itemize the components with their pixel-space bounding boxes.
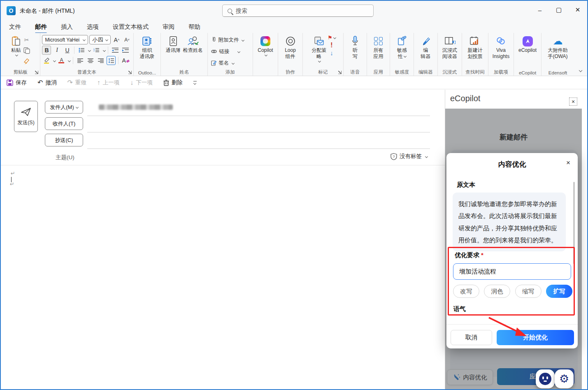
highlight-chevron-icon[interactable] xyxy=(53,59,56,62)
ecopilot-button[interactable]: eCopilot xyxy=(517,35,538,54)
minimize-button[interactable]: – xyxy=(530,1,549,19)
ribbon-collapse-chevron-icon[interactable] xyxy=(579,69,582,72)
pill-rewrite[interactable]: 改写 xyxy=(453,285,479,298)
new-poll-button[interactable]: 新建计 划投票 xyxy=(466,35,483,60)
outlook-app-icon-letter: O xyxy=(9,7,14,14)
pill-shorten[interactable]: 缩写 xyxy=(515,285,542,298)
search-box[interactable] xyxy=(222,5,374,17)
follow-up-flag-icon[interactable]: ⚑ xyxy=(328,35,336,40)
send-button[interactable]: 发送(S) xyxy=(14,101,38,132)
clear-format-letter: A xyxy=(122,57,126,64)
check-names-button[interactable]: 检查姓名 xyxy=(182,35,204,54)
clear-formatting-icon[interactable]: A xyxy=(121,56,130,65)
from-button[interactable]: 发件人(M) xyxy=(45,101,83,114)
to-button[interactable]: 收件人(T) xyxy=(45,117,83,130)
settings-fab[interactable]: ⚙ xyxy=(555,369,574,388)
message-body-editor[interactable] xyxy=(1,168,444,389)
next-item-button[interactable]: ↓ 下一项 xyxy=(130,79,153,86)
high-importance-icon[interactable]: ! xyxy=(330,42,333,49)
sensitivity-button[interactable]: 敏感 性 xyxy=(396,35,408,60)
search-icon xyxy=(228,9,232,13)
basic-text-dialog-launcher-icon[interactable] xyxy=(128,71,132,74)
format-painter-icon[interactable] xyxy=(22,57,31,66)
close-button[interactable]: ✕ xyxy=(568,1,587,19)
loop-components-button[interactable]: Loop 组件 xyxy=(284,35,297,60)
group-immersive: 沉浸式 阅读器 沉浸式 xyxy=(438,33,462,76)
flag-glyph: ⚑ xyxy=(328,35,332,41)
font-color-chevron-icon[interactable] xyxy=(68,59,71,62)
shrink-font-icon[interactable]: A˅ xyxy=(122,35,131,44)
qat-customize-button[interactable] xyxy=(193,81,197,85)
text-highlight-icon[interactable] xyxy=(42,56,51,65)
undo-button[interactable]: ↶ 撤消 xyxy=(37,79,56,86)
align-right-icon[interactable] xyxy=(96,56,105,65)
viva-insights-button[interactable]: Viva Insights xyxy=(491,35,511,60)
attach-file-button[interactable]: 附加文件 xyxy=(211,35,244,45)
tab-file[interactable]: 文件 xyxy=(8,21,22,32)
tab-options[interactable]: 选项 xyxy=(86,21,100,32)
maximize-button[interactable]: ▢ xyxy=(549,1,568,19)
align-left-icon[interactable] xyxy=(76,56,85,65)
underline-button[interactable]: U xyxy=(63,46,72,55)
numbered-list-chevron-icon[interactable] xyxy=(103,49,106,51)
modal-scrollbar[interactable] xyxy=(573,182,575,264)
immersive-reader-button[interactable]: 沉浸式 阅读器 xyxy=(441,35,458,60)
dictate-button[interactable]: 听 写 xyxy=(350,35,360,60)
outlook-app-icon: O xyxy=(7,6,16,15)
tab-insert[interactable]: 插入 xyxy=(60,21,74,32)
grow-font-icon[interactable]: A˄ xyxy=(112,35,121,44)
cc-button[interactable]: 抄送(C) xyxy=(45,134,83,146)
pill-expand[interactable]: 扩写 xyxy=(546,285,572,298)
numbered-list-icon[interactable]: 12 xyxy=(92,46,101,55)
group-ecopilot: eCopilot eCopilot xyxy=(514,33,542,76)
delete-button[interactable]: 删除 xyxy=(163,79,183,86)
clipboard-dialog-launcher-icon[interactable] xyxy=(35,71,38,74)
bold-button[interactable]: B xyxy=(42,46,51,55)
chat-assistant-fab[interactable] xyxy=(536,369,555,388)
loop-label: Loop 组件 xyxy=(285,47,296,60)
no-label-dropdown[interactable]: ? 没有标签 xyxy=(390,153,428,160)
bullet-list-icon[interactable] xyxy=(77,46,86,55)
redo-button[interactable]: ↷ 重做 xyxy=(67,79,86,86)
cancel-button[interactable]: 取消 xyxy=(451,330,492,345)
ecopilot-panel-close-button[interactable]: × xyxy=(569,98,577,106)
line-spacing-icon[interactable] xyxy=(107,56,116,65)
all-apps-button[interactable]: 所有 应用 xyxy=(372,35,385,60)
low-importance-icon[interactable]: ↓ xyxy=(330,50,333,56)
assign-policy-button[interactable]: 分配策 略 xyxy=(310,35,328,63)
pill-polish[interactable]: 润色 xyxy=(484,285,510,298)
editor-button[interactable]: 编 辑器 xyxy=(419,35,432,60)
modal-close-button[interactable]: × xyxy=(566,159,570,166)
address-book-button[interactable]: 通讯簿 xyxy=(165,35,182,54)
link-button[interactable]: 链接 xyxy=(211,46,240,57)
decrease-indent-icon[interactable] xyxy=(111,46,120,55)
font-name-combo[interactable]: Microsoft YaHei xyxy=(42,35,88,44)
content-optimize-button[interactable]: 内容优化 xyxy=(447,369,493,385)
tags-dialog-launcher-icon[interactable] xyxy=(338,71,342,74)
copy-icon[interactable] xyxy=(22,46,31,55)
previous-item-button[interactable]: ↑ 上一项 xyxy=(97,79,120,86)
org-directory-button[interactable]: 组织 通讯录 xyxy=(138,35,156,60)
big-attachment-helper-button[interactable]: ☁ 大附件助 手(OWA) xyxy=(546,35,569,60)
font-size-combo[interactable]: 小四 xyxy=(89,35,111,44)
copilot-button[interactable]: Copilot xyxy=(256,35,274,57)
font-color-icon[interactable]: A xyxy=(57,56,66,65)
start-optimize-button[interactable]: 开始优化 xyxy=(497,330,574,345)
tab-format-text[interactable]: 设置文本格式 xyxy=(112,21,149,32)
search-input[interactable] xyxy=(236,7,351,14)
italic-button[interactable]: I xyxy=(52,46,61,55)
signature-button[interactable]: 签名 xyxy=(211,58,234,68)
align-center-icon[interactable] xyxy=(86,56,95,65)
tab-help[interactable]: 帮助 xyxy=(188,21,201,32)
requirement-label: 优化要求* xyxy=(455,251,483,259)
save-button[interactable]: 保存 xyxy=(7,79,27,86)
tab-message[interactable]: 邮件 xyxy=(34,21,48,32)
bullet-list-chevron-icon[interactable] xyxy=(88,49,91,51)
increase-indent-icon[interactable] xyxy=(121,46,130,55)
paste-button[interactable]: 粘贴 xyxy=(10,35,22,57)
paste-chevron-icon xyxy=(15,53,18,56)
cut-icon[interactable]: ✂ xyxy=(22,35,31,44)
tab-review[interactable]: 审阅 xyxy=(162,21,175,32)
requirement-input[interactable] xyxy=(453,263,571,280)
org-directory-icon xyxy=(142,35,152,47)
